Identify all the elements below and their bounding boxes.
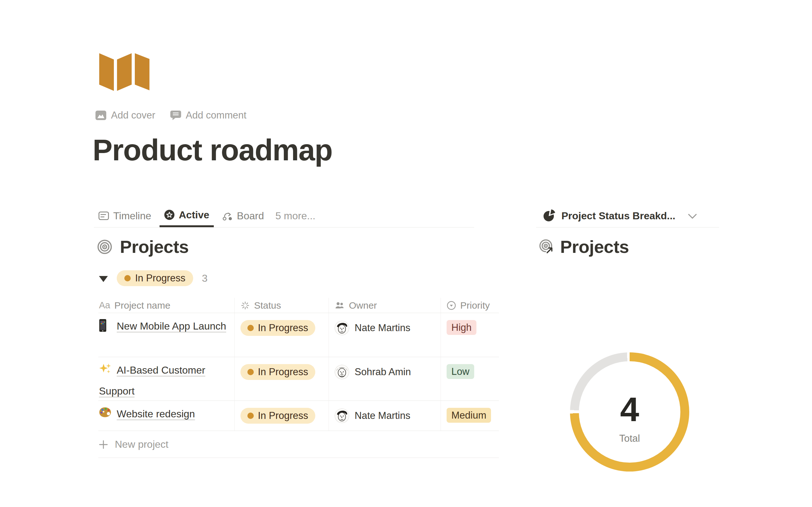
priority-cell[interactable]: High xyxy=(441,313,499,357)
add-cover-label: Add cover xyxy=(111,110,155,121)
column-header-project-name[interactable]: Aa Project name xyxy=(98,298,235,313)
comment-icon xyxy=(170,110,182,121)
project-link[interactable]: AI-Based Customer Support xyxy=(99,364,205,397)
people-icon xyxy=(335,301,345,310)
target-arrow-icon xyxy=(539,239,555,255)
status-pill: In Progress xyxy=(241,364,315,380)
star-icon xyxy=(164,210,175,220)
palette-icon xyxy=(99,406,112,420)
plus-icon xyxy=(98,440,108,450)
donut-total-label: Total xyxy=(619,433,640,444)
notion-page: Add cover Add comment Product roadmap xyxy=(0,0,812,507)
owner-name: Nate Martins xyxy=(355,410,410,421)
tabs-more-button[interactable]: 5 more... xyxy=(272,205,318,227)
text-type-icon: Aa xyxy=(99,300,110,311)
project-name-cell[interactable]: AI-Based Customer Support xyxy=(98,357,235,401)
owner-name: Sohrab Amin xyxy=(355,366,411,378)
group-in-progress: In Progress 3 xyxy=(99,270,207,286)
tab-board[interactable]: Board xyxy=(217,205,268,227)
page-actions: Add cover Add comment xyxy=(95,110,247,121)
circled-caret-icon xyxy=(447,301,456,310)
tab-timeline-label: Timeline xyxy=(113,210,151,222)
owner-name: Nate Martins xyxy=(355,322,410,334)
table-row: AI-Based Customer Support In Progress xyxy=(98,357,499,401)
donut-total-value: 4 xyxy=(620,392,639,427)
column-header-priority[interactable]: Priority xyxy=(441,298,499,313)
status-cell[interactable]: In Progress xyxy=(235,313,329,357)
tab-active-label: Active xyxy=(179,209,209,221)
status-cell[interactable]: In Progress xyxy=(235,357,329,401)
project-name-cell[interactable]: New Mobile App Launch xyxy=(98,313,235,357)
group-label: In Progress xyxy=(135,273,186,284)
sparkles-icon xyxy=(99,363,112,376)
priority-pill: Low xyxy=(447,364,474,379)
table-row: New Mobile App Launch In Progress xyxy=(98,313,499,357)
projects-section-title[interactable]: Projects xyxy=(120,236,189,257)
status-pill: In Progress xyxy=(241,408,315,424)
page-title[interactable]: Product roadmap xyxy=(93,133,333,167)
status-dot-icon xyxy=(247,325,254,331)
collapse-triangle-icon[interactable] xyxy=(99,276,108,282)
avatar xyxy=(335,365,349,379)
projects-section-header: Projects xyxy=(97,236,189,257)
projects-table: Aa Project name Status xyxy=(98,298,499,431)
add-comment-label: Add comment xyxy=(186,110,247,121)
image-icon xyxy=(95,110,107,120)
priority-cell[interactable]: Medium xyxy=(441,401,499,431)
column-header-status[interactable]: Status xyxy=(235,298,329,313)
chevron-down-icon[interactable] xyxy=(687,213,698,220)
status-dot-icon xyxy=(247,412,254,419)
group-count: 3 xyxy=(202,273,208,284)
status-cell[interactable]: In Progress xyxy=(235,401,329,431)
priority-pill: Medium xyxy=(447,408,491,423)
table-row: Website redesign In Progress xyxy=(98,401,499,431)
project-link[interactable]: New Mobile App Launch xyxy=(117,320,226,332)
board-icon xyxy=(222,211,233,221)
status-dot-icon xyxy=(124,275,131,281)
timeline-icon xyxy=(98,211,109,221)
owner-cell[interactable]: Sohrab Amin xyxy=(329,357,441,401)
column-header-owner[interactable]: Owner xyxy=(329,298,441,313)
map-icon xyxy=(98,50,151,92)
owner-cell[interactable]: Nate Martins xyxy=(329,401,441,431)
avatar xyxy=(335,321,349,335)
add-comment-button[interactable]: Add comment xyxy=(170,110,247,121)
tab-board-label: Board xyxy=(237,210,264,222)
pie-chart-icon xyxy=(542,209,556,222)
priority-cell[interactable]: Low xyxy=(441,357,499,401)
tab-active[interactable]: Active xyxy=(159,205,214,227)
group-status-pill[interactable]: In Progress xyxy=(117,270,193,286)
linked-projects-header: Projects xyxy=(539,236,629,257)
new-project-label: New project xyxy=(115,439,168,450)
status-pill: In Progress xyxy=(241,320,315,336)
project-name-cell[interactable]: Website redesign xyxy=(98,401,235,431)
view-tabs: Timeline Active Board 5 more. xyxy=(94,205,474,228)
table-header-row: Aa Project name Status xyxy=(98,298,499,313)
add-cover-button[interactable]: Add cover xyxy=(95,110,155,121)
chart-view-tab[interactable]: Project Status Breakd... xyxy=(536,205,719,228)
priority-pill: High xyxy=(447,320,476,335)
page-map-icon[interactable] xyxy=(98,50,151,92)
owner-cell[interactable]: Nate Martins xyxy=(329,313,441,357)
spinner-icon xyxy=(241,301,250,310)
tab-timeline[interactable]: Timeline xyxy=(94,205,156,227)
target-icon xyxy=(97,239,112,255)
linked-projects-title[interactable]: Projects xyxy=(560,236,629,257)
status-dot-icon xyxy=(247,369,254,375)
avatar xyxy=(335,408,349,423)
status-donut-chart: 4 Total xyxy=(570,352,689,471)
project-link[interactable]: Website redesign xyxy=(117,408,195,419)
chart-view-title: Project Status Breakd... xyxy=(561,210,675,222)
mobile-phone-icon xyxy=(99,319,112,332)
new-project-button[interactable]: New project xyxy=(98,431,499,458)
